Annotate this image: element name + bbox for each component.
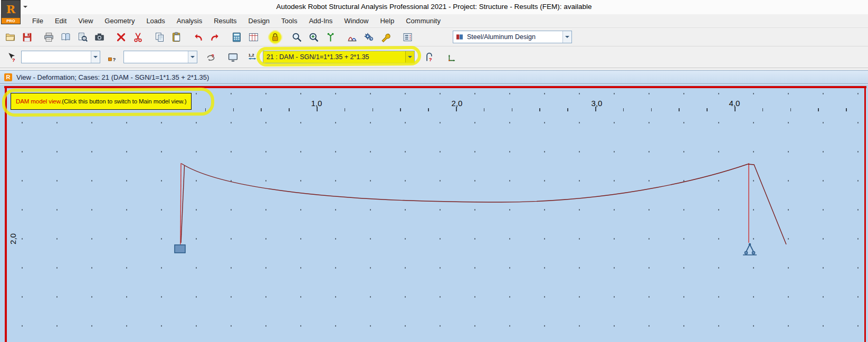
ruler-tick: [205, 108, 206, 111]
dimension-12-icon[interactable]: 1,2: [246, 50, 260, 64]
ruler-tick: [846, 108, 847, 111]
ruler-tick: [623, 108, 624, 111]
delete-icon[interactable]: [114, 30, 128, 44]
ruler-tick: [679, 108, 680, 111]
menu-bar: FileEditViewGeometryLoadsAnalysisResults…: [0, 14, 868, 28]
menu-item-add-ins[interactable]: Add-Ins: [303, 15, 338, 27]
menu-item-geometry[interactable]: Geometry: [99, 15, 140, 27]
nodes-selection-combo[interactable]: [123, 51, 197, 63]
design-combo[interactable]: Steel/Aluminum Design: [453, 31, 572, 43]
deformation-drawing: [0, 84, 868, 342]
node-question-icon[interactable]: ?: [106, 50, 120, 64]
properties-icon[interactable]: [400, 30, 415, 44]
lock-icon[interactable]: [268, 30, 282, 44]
menu-item-edit[interactable]: Edit: [49, 15, 72, 27]
pointer-question-icon[interactable]: ?: [4, 50, 18, 64]
beam-deformed-line: [182, 164, 748, 202]
tools-icon[interactable]: [379, 30, 393, 44]
ruler-left-label: 2,0: [8, 233, 17, 244]
ruler-tick: [595, 107, 596, 111]
main-toolbar: Steel/Aluminum Design: [0, 28, 868, 46]
ruler-tick: [484, 108, 485, 111]
app-window: Autodesk Robot Structural Analysis Profe…: [0, 0, 868, 342]
title-bar: Autodesk Robot Structural Analysis Profe…: [0, 0, 868, 15]
camera-icon[interactable]: [92, 30, 107, 44]
ruler-tick: [539, 108, 540, 111]
menu-item-loads[interactable]: Loads: [140, 15, 170, 27]
svg-text:?: ?: [211, 53, 214, 59]
screen-view-icon[interactable]: [226, 50, 240, 64]
svg-text:1,2: 1,2: [249, 53, 255, 58]
print-preview-icon[interactable]: [59, 30, 73, 44]
local-axes-icon[interactable]: [445, 50, 460, 64]
ruler-tick: [735, 107, 736, 111]
window-title: Autodesk Robot Structural Analysis Profe…: [0, 3, 868, 11]
tables-icon[interactable]: [246, 30, 261, 44]
results-diagrams-icon[interactable]: [345, 30, 359, 44]
save-icon[interactable]: [20, 30, 34, 44]
viewport-frame-left: [5, 86, 7, 342]
ruler-tick: [456, 107, 457, 111]
view-axes-icon[interactable]: [323, 30, 338, 44]
ruler-tick: [567, 108, 568, 111]
ruler-top-label: 2,0: [452, 99, 463, 108]
undo-icon[interactable]: [191, 30, 205, 44]
combo-caret-icon[interactable]: [405, 51, 414, 63]
viewport-frame-right: [864, 86, 866, 342]
view-robot-icon: R: [4, 73, 12, 81]
bars-selection-combo[interactable]: [21, 51, 100, 63]
viewport-frame-top: [4, 86, 866, 88]
redo-icon[interactable]: [208, 30, 222, 44]
dam-label-red-text: DAM model view.: [16, 98, 62, 104]
ruler-tick: [762, 108, 764, 111]
combo-caret-icon[interactable]: [91, 51, 100, 63]
ruler-tick: [790, 108, 791, 111]
ruler-tick: [261, 108, 262, 111]
left-column-line: [180, 163, 181, 244]
copy-icon[interactable]: [152, 30, 167, 44]
robot-logo-letter: R: [6, 1, 15, 18]
rotate-question-icon[interactable]: ?: [204, 50, 218, 64]
cut-icon[interactable]: [131, 30, 145, 44]
mode-question-icon[interactable]: ?: [422, 50, 436, 64]
menu-item-view[interactable]: View: [72, 15, 99, 27]
menu-item-file[interactable]: File: [26, 15, 49, 27]
screen-capture-icon[interactable]: [75, 30, 90, 44]
design-combo-icon: [455, 33, 464, 41]
job-preferences-icon[interactable]: [362, 30, 376, 44]
view-title-bar: R View - Deformation; Cases: 21 (DAM - S…: [0, 70, 868, 84]
svg-text:?: ?: [113, 56, 116, 62]
ruler-tick: [289, 108, 290, 111]
ruler-tick: [818, 108, 819, 111]
robot-app-logo[interactable]: R PRO: [1, 0, 21, 24]
menu-item-results[interactable]: Results: [208, 15, 242, 27]
menu-item-design[interactable]: Design: [243, 15, 275, 27]
ruler-tick: [373, 108, 374, 111]
ruler-tick: [707, 108, 708, 111]
menu-item-community[interactable]: Community: [400, 15, 446, 27]
zoom-icon[interactable]: [290, 30, 304, 44]
ruler-tick: [233, 108, 234, 111]
combo-caret-icon[interactable]: [188, 51, 197, 63]
dam-view-switch-button[interactable]: DAM model view. (Click this button to sw…: [11, 93, 192, 110]
menu-item-help[interactable]: Help: [374, 15, 400, 27]
print-icon[interactable]: [42, 30, 56, 44]
ruler-tick: [428, 108, 429, 111]
model-viewport[interactable]: DAM model view. (Click this button to sw…: [0, 84, 868, 342]
menu-item-analysis[interactable]: Analysis: [171, 15, 208, 27]
paste-icon[interactable]: [169, 30, 184, 44]
view-title: View - Deformation; Cases: 21 (DAM - SGN…: [16, 73, 209, 81]
menu-item-tools[interactable]: Tools: [275, 15, 303, 27]
open-icon[interactable]: [3, 30, 17, 44]
ruler-tick: [651, 108, 652, 111]
case-selection-combo-value: 21 : DAM - SGN/1=1*1.35 + 2*1.35: [263, 53, 405, 61]
zoom-window-icon[interactable]: [307, 30, 321, 44]
calculator-icon[interactable]: [230, 30, 244, 44]
combo-caret-icon[interactable]: [562, 31, 571, 43]
menu-item-window[interactable]: Window: [338, 15, 374, 27]
ruler-tick: [345, 108, 346, 111]
pinned-support-icon: [743, 243, 757, 255]
svg-text:?: ?: [12, 57, 15, 63]
logo-dropdown-caret-icon[interactable]: [23, 6, 27, 10]
case-selection-combo[interactable]: 21 : DAM - SGN/1=1*1.35 + 2*1.35: [263, 51, 415, 63]
